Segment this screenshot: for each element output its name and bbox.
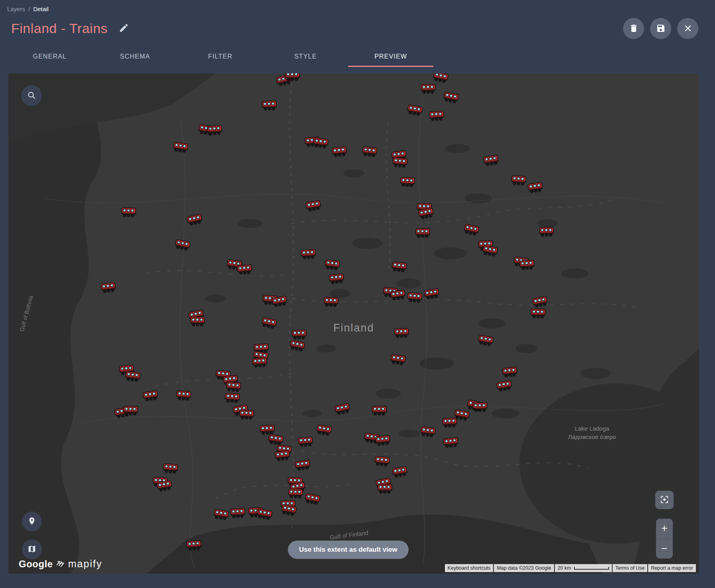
train-marker[interactable]: [163, 463, 178, 476]
train-marker[interactable]: [423, 287, 440, 302]
train-marker[interactable]: [527, 181, 544, 195]
tab-general[interactable]: GENERAL: [7, 48, 92, 67]
tab-filter[interactable]: FILTER: [178, 48, 263, 67]
report-map-error-link[interactable]: Report a map error: [648, 564, 696, 572]
train-marker[interactable]: [392, 156, 408, 169]
tab-preview[interactable]: PREVIEW: [348, 48, 433, 67]
train-marker[interactable]: [496, 379, 513, 394]
train-marker[interactable]: [539, 226, 554, 239]
use-extent-button[interactable]: Use this extent as default view: [288, 541, 409, 559]
train-marker[interactable]: [260, 316, 277, 331]
train-marker[interactable]: [481, 244, 498, 259]
train-marker[interactable]: [252, 357, 268, 370]
train-marker[interactable]: [390, 288, 406, 302]
train-marker[interactable]: [415, 227, 430, 239]
train-marker[interactable]: [324, 259, 341, 272]
train-marker[interactable]: [288, 339, 306, 353]
train-marker[interactable]: [271, 295, 288, 309]
train-marker[interactable]: [100, 281, 117, 295]
train-marker[interactable]: [304, 492, 321, 507]
train-marker[interactable]: [462, 223, 480, 238]
train-marker[interactable]: [407, 292, 423, 305]
train-marker[interactable]: [418, 207, 435, 221]
train-marker[interactable]: [121, 207, 136, 219]
train-marker[interactable]: [377, 483, 392, 495]
train-marker[interactable]: [124, 370, 141, 384]
train-marker[interactable]: [280, 503, 297, 518]
train-marker[interactable]: [176, 390, 192, 403]
train-marker[interactable]: [443, 436, 459, 450]
train-marker[interactable]: [400, 176, 415, 189]
train-marker[interactable]: [406, 104, 423, 118]
train-marker[interactable]: [328, 273, 345, 286]
train-marker[interactable]: [172, 141, 189, 155]
train-marker[interactable]: [391, 261, 407, 274]
train-marker[interactable]: [224, 392, 240, 405]
train-marker[interactable]: [421, 83, 436, 96]
map-canvas[interactable]: Finland Gulf of Bothnia Lake Ladoga Ла́д…: [8, 73, 699, 574]
keyboard-shortcuts-link[interactable]: Keyboard shortcuts: [445, 564, 494, 572]
location-button[interactable]: [22, 512, 42, 531]
train-marker[interactable]: [274, 449, 291, 463]
train-marker[interactable]: [334, 402, 351, 417]
train-marker[interactable]: [390, 353, 406, 367]
train-marker[interactable]: [361, 146, 378, 159]
train-marker[interactable]: [300, 248, 316, 261]
zoom-in-button[interactable]: +: [656, 519, 673, 539]
train-marker[interactable]: [239, 409, 255, 421]
save-button[interactable]: [650, 18, 671, 39]
train-marker[interactable]: [392, 465, 408, 480]
train-marker[interactable]: [294, 459, 311, 472]
legend-button[interactable]: [22, 539, 42, 559]
train-marker[interactable]: [305, 199, 322, 214]
close-button[interactable]: [677, 18, 698, 39]
train-marker[interactable]: [511, 174, 527, 188]
scale-label: 20 km: [558, 565, 571, 571]
train-marker[interactable]: [190, 316, 205, 328]
train-marker[interactable]: [443, 90, 460, 105]
train-marker[interactable]: [477, 334, 494, 348]
train-marker[interactable]: [419, 425, 436, 439]
recenter-button[interactable]: [655, 491, 674, 509]
train-marker[interactable]: [519, 259, 535, 272]
train-marker[interactable]: [429, 110, 445, 123]
tab-schema[interactable]: SCHEMA: [92, 48, 178, 67]
train-marker[interactable]: [237, 263, 253, 276]
train-marker[interactable]: [501, 366, 518, 379]
google-logo[interactable]: Google: [19, 559, 53, 570]
train-marker[interactable]: [186, 213, 203, 228]
train-marker[interactable]: [323, 296, 339, 309]
breadcrumb-layers-link[interactable]: Layers: [7, 6, 25, 12]
train-marker[interactable]: [472, 402, 488, 414]
train-marker[interactable]: [483, 154, 500, 168]
train-marker[interactable]: [315, 423, 333, 438]
train-marker[interactable]: [174, 238, 191, 253]
train-marker[interactable]: [230, 507, 246, 520]
terms-of-use-link[interactable]: Terms of Use: [613, 564, 648, 572]
train-marker[interactable]: [298, 435, 313, 449]
edit-title-button[interactable]: [117, 21, 131, 36]
train-marker[interactable]: [213, 508, 229, 522]
train-marker[interactable]: [156, 479, 173, 494]
tab-style[interactable]: STYLE: [263, 48, 348, 67]
train-marker[interactable]: [394, 327, 409, 339]
train-marker[interactable]: [207, 124, 223, 137]
train-marker[interactable]: [123, 405, 139, 417]
map-search-button[interactable]: [21, 85, 42, 106]
train-marker[interactable]: [442, 417, 458, 429]
train-marker[interactable]: [312, 137, 329, 150]
train-marker[interactable]: [288, 488, 304, 500]
zoom-out-button[interactable]: −: [656, 539, 673, 559]
train-marker[interactable]: [285, 73, 300, 82]
train-marker[interactable]: [186, 539, 202, 552]
train-marker[interactable]: [375, 435, 391, 448]
train-marker[interactable]: [374, 455, 390, 468]
train-marker[interactable]: [142, 390, 159, 404]
train-marker[interactable]: [372, 405, 387, 417]
train-marker[interactable]: [262, 100, 277, 112]
train-marker[interactable]: [331, 146, 347, 159]
train-marker[interactable]: [531, 308, 546, 320]
train-marker[interactable]: [225, 380, 241, 394]
delete-button[interactable]: [623, 18, 644, 39]
train-marker[interactable]: [256, 508, 273, 522]
